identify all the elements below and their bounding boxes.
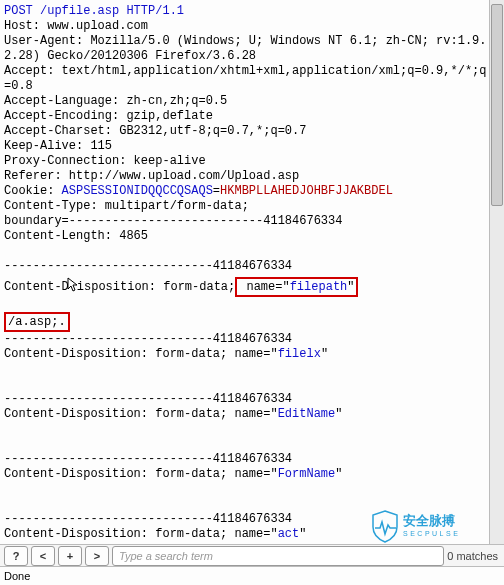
next-button[interactable]: > <box>85 546 109 566</box>
prev-button[interactable]: < <box>31 546 55 566</box>
help-button[interactable]: ? <box>4 546 28 566</box>
http-request-viewer: POST /upfile.asp HTTP/1.1 Host: www.uplo… <box>0 0 490 547</box>
add-button[interactable]: + <box>58 546 82 566</box>
scroll-thumb[interactable] <box>491 4 503 206</box>
search-input[interactable]: Type a search term <box>112 546 444 566</box>
status-bar: Done <box>0 566 504 585</box>
search-toolbar: ? < + > Type a search term 0 matches <box>0 544 504 567</box>
vertical-scrollbar[interactable] <box>489 0 504 547</box>
matches-label: 0 matches <box>447 550 500 562</box>
status-text: Done <box>4 570 30 582</box>
